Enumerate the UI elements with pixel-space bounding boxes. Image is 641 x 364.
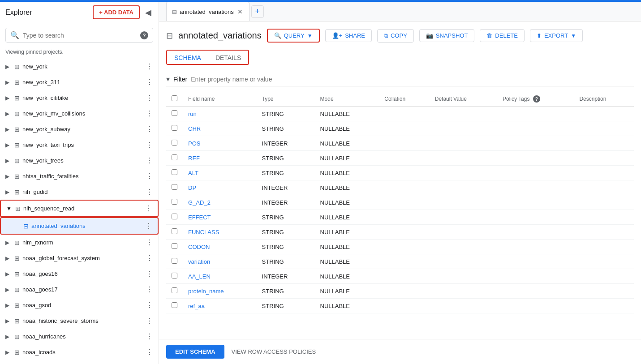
sidebar-item-annotated_variations[interactable]: ⊟ annotated_variations ⋮ [0, 217, 159, 235]
more-options-button[interactable]: ⋮ [144, 77, 155, 87]
more-options-button[interactable]: ⋮ [144, 61, 155, 72]
row-checkbox[interactable] [172, 228, 177, 234]
row-checkbox[interactable] [172, 154, 177, 160]
table-row: DP INTEGER NULLABLE [166, 180, 634, 195]
field-name-link[interactable]: EFFECT [188, 214, 211, 221]
search-input[interactable] [23, 32, 137, 39]
export-button[interactable]: ⬆ EXPORT ▼ [530, 29, 583, 42]
more-options-button[interactable]: ⋮ [144, 237, 155, 248]
row-checkbox[interactable] [172, 258, 177, 264]
more-options-button[interactable]: ⋮ [144, 93, 155, 103]
tab-schema[interactable]: SCHEMA [167, 51, 208, 65]
sidebar-item-noaa_goes17[interactable]: ▶ ⊞ noaa_goes17 ⋮ [0, 282, 159, 297]
sidebar-item-nih_gudid[interactable]: ▶ ⊞ nih_gudid ⋮ [0, 184, 159, 200]
sidebar-item-noaa_goes16[interactable]: ▶ ⊞ noaa_goes16 ⋮ [0, 266, 159, 282]
help-icon[interactable]: ? [140, 31, 148, 39]
delete-button[interactable]: 🗑 DELETE [480, 29, 525, 42]
sidebar-item-noaa_global_forecast_system[interactable]: ▶ ⊞ noaa_global_forecast_system ⋮ [0, 250, 159, 266]
policy-tags-help-icon[interactable]: ? [533, 95, 540, 103]
sidebar-item-noaa_historic_severe_storms[interactable]: ▶ ⊞ noaa_historic_severe_storms ⋮ [0, 313, 159, 329]
more-options-button[interactable]: ⋮ [143, 221, 154, 231]
more-options-button[interactable]: ⋮ [144, 331, 155, 342]
field-name-link[interactable]: protein_name [188, 288, 224, 295]
tab-annotated-variations[interactable]: ⊟ annotated_variations ✕ [166, 2, 250, 21]
field-name-link[interactable]: ALT [188, 170, 198, 176]
sidebar-item-new_york_trees[interactable]: ▶ ⊞ new_york_trees ⋮ [0, 153, 159, 168]
row-checkbox[interactable] [172, 140, 177, 146]
expand-arrow: ▶ [5, 318, 14, 324]
more-options-button[interactable]: ⋮ [144, 300, 155, 310]
sidebar-item-noaa_gsod[interactable]: ▶ ⊞ noaa_gsod ⋮ [0, 297, 159, 313]
more-options-button[interactable]: ⋮ [144, 171, 155, 181]
tab-close-button[interactable]: ✕ [237, 8, 244, 15]
more-options-button[interactable]: ⋮ [144, 124, 155, 134]
sidebar-item-new_york[interactable]: ▶ ⊞ new_york ⋮ [0, 59, 159, 74]
sidebar-item-new_york_taxi_trips[interactable]: ▶ ⊞ new_york_taxi_trips ⋮ [0, 137, 159, 153]
select-all-checkbox[interactable] [172, 95, 177, 101]
sidebar-item-new_york_mv_collisions[interactable]: ▶ ⊞ new_york_mv_collisions ⋮ [0, 106, 159, 121]
bottom-bar: EDIT SCHEMA VIEW ROW ACCESS POLICIES [159, 339, 641, 364]
more-options-button[interactable]: ⋮ [144, 269, 155, 279]
row-checkbox[interactable] [172, 199, 177, 205]
field-name-link[interactable]: ref_aa [188, 303, 205, 309]
sidebar-item-nlm_rxnorm[interactable]: ▶ ⊞ nlm_rxnorm ⋮ [0, 235, 159, 250]
sidebar-item-new_york_subway[interactable]: ▶ ⊞ new_york_subway ⋮ [0, 121, 159, 137]
row-checkbox[interactable] [172, 110, 177, 116]
sidebar-item-nhtsa_traffic_fatalities[interactable]: ▶ ⊞ nhtsa_traffic_fatalities ⋮ [0, 168, 159, 184]
view-row-access-policies-link[interactable]: VIEW ROW ACCESS POLICIES [232, 348, 316, 355]
more-options-button[interactable]: ⋮ [144, 155, 155, 166]
row-checkbox[interactable] [172, 287, 177, 293]
snapshot-button[interactable]: 📷 SNAPSHOT [419, 29, 475, 42]
sidebar-item-nih_sequence_read[interactable]: ▼ ⊞ nih_sequence_read ⋮ [0, 200, 159, 217]
row-checkbox[interactable] [172, 214, 177, 219]
details-tab-label: DETAILS [215, 54, 241, 61]
field-name-link[interactable]: AA_LEN [188, 273, 211, 280]
more-options-button[interactable]: ⋮ [143, 203, 154, 214]
copy-button[interactable]: ⧉ COPY [377, 29, 414, 43]
sidebar-item-noaa_icoads[interactable]: ▶ ⊞ noaa_icoads ⋮ [0, 344, 159, 360]
row-checkbox[interactable] [172, 302, 177, 308]
collapse-sidebar-button[interactable]: ◀ [143, 6, 153, 19]
field-name-link[interactable]: G_AD_2 [188, 199, 211, 206]
add-tab-button[interactable]: + [251, 5, 264, 18]
more-options-button[interactable]: ⋮ [144, 284, 155, 295]
more-options-button[interactable]: ⋮ [144, 187, 155, 197]
sidebar-item-noaa_hurricanes[interactable]: ▶ ⊞ noaa_hurricanes ⋮ [0, 329, 159, 344]
sidebar-item-label: nih_sequence_read [23, 205, 143, 212]
field-name-link[interactable]: run [188, 111, 197, 117]
field-name-link[interactable]: variation [188, 258, 210, 265]
col-collation: Collation [379, 92, 429, 107]
more-options-button[interactable]: ⋮ [144, 316, 155, 326]
edit-schema-button[interactable]: EDIT SCHEMA [166, 345, 224, 359]
filter-input[interactable] [191, 76, 634, 83]
more-options-button[interactable]: ⋮ [144, 347, 155, 357]
field-type: STRING [257, 210, 315, 225]
field-name-link[interactable]: CHR [188, 125, 201, 132]
field-mode: NULLABLE [315, 107, 379, 121]
field-name-link[interactable]: FUNCLASS [188, 229, 219, 236]
field-name-link[interactable]: POS [188, 140, 200, 147]
sidebar-item-label: new_york_mv_collisions [22, 110, 144, 117]
sidebar-item-new_york_citibike[interactable]: ▶ ⊞ new_york_citibike ⋮ [0, 90, 159, 106]
table-icon: ⊞ [14, 255, 20, 262]
more-options-button[interactable]: ⋮ [144, 108, 155, 119]
sidebar-header: Explorer + ADD DATA ◀ [0, 2, 159, 23]
row-checkbox[interactable] [172, 169, 177, 175]
field-name-link[interactable]: REF [188, 155, 200, 162]
col-checkbox [166, 92, 183, 107]
row-checkbox[interactable] [172, 273, 177, 278]
more-options-button[interactable]: ⋮ [144, 253, 155, 263]
table-row: protein_name STRING NULLABLE [166, 284, 634, 299]
field-type: INTEGER [257, 136, 315, 151]
field-name-link[interactable]: CODON [188, 244, 210, 250]
query-button[interactable]: 🔍 QUERY ▼ [267, 29, 320, 43]
row-checkbox[interactable] [172, 125, 177, 131]
sidebar-item-new_york_311[interactable]: ▶ ⊞ new_york_311 ⋮ [0, 74, 159, 90]
field-name-link[interactable]: DP [188, 184, 196, 191]
share-button[interactable]: 👤+ SHARE [325, 29, 372, 42]
more-options-button[interactable]: ⋮ [144, 140, 155, 150]
row-checkbox[interactable] [172, 184, 177, 190]
row-checkbox[interactable] [172, 243, 177, 249]
tab-details[interactable]: DETAILS [208, 51, 248, 65]
add-data-button[interactable]: + ADD DATA [93, 5, 140, 19]
